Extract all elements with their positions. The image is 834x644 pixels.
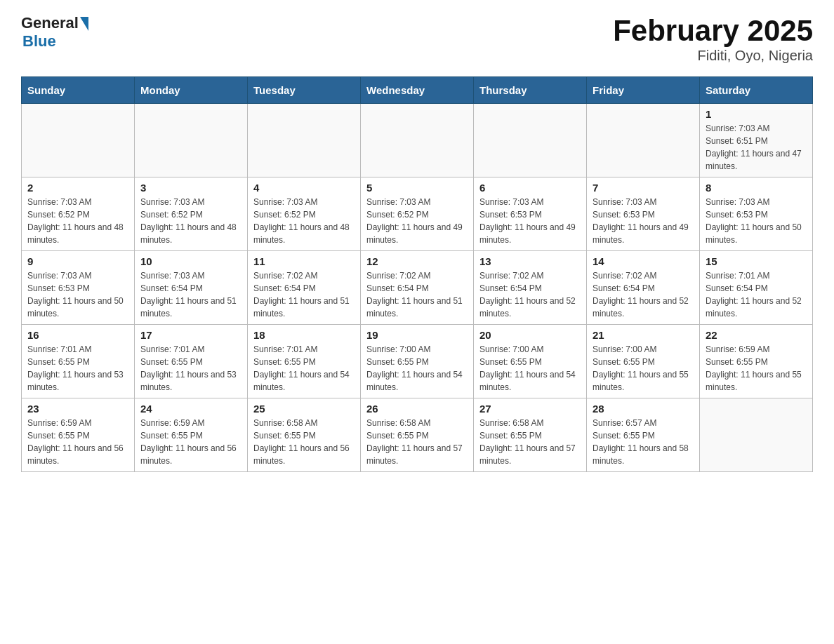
day-number: 27 bbox=[479, 403, 581, 415]
calendar-week-row: 2Sunrise: 7:03 AM Sunset: 6:52 PM Daylig… bbox=[22, 177, 813, 251]
day-number: 9 bbox=[27, 255, 128, 267]
day-info: Sunrise: 6:59 AM Sunset: 6:55 PM Dayligh… bbox=[706, 343, 807, 394]
calendar-cell: 23Sunrise: 6:59 AM Sunset: 6:55 PM Dayli… bbox=[22, 398, 135, 472]
day-number: 26 bbox=[366, 403, 468, 415]
calendar-cell: 22Sunrise: 6:59 AM Sunset: 6:55 PM Dayli… bbox=[700, 325, 813, 398]
calendar-header-row: SundayMondayTuesdayWednesdayThursdayFrid… bbox=[22, 77, 813, 104]
calendar-cell: 4Sunrise: 7:03 AM Sunset: 6:52 PM Daylig… bbox=[248, 177, 361, 251]
day-info: Sunrise: 6:58 AM Sunset: 6:55 PM Dayligh… bbox=[366, 417, 468, 467]
calendar-cell: 18Sunrise: 7:01 AM Sunset: 6:55 PM Dayli… bbox=[248, 325, 361, 398]
day-info: Sunrise: 6:59 AM Sunset: 6:55 PM Dayligh… bbox=[140, 417, 241, 467]
calendar-cell: 3Sunrise: 7:03 AM Sunset: 6:52 PM Daylig… bbox=[135, 177, 248, 251]
day-header-friday: Friday bbox=[587, 77, 700, 104]
day-info: Sunrise: 7:00 AM Sunset: 6:55 PM Dayligh… bbox=[593, 343, 694, 394]
calendar-table: SundayMondayTuesdayWednesdayThursdayFrid… bbox=[21, 76, 813, 472]
calendar-cell bbox=[248, 104, 361, 177]
day-number: 14 bbox=[593, 255, 694, 267]
calendar-week-row: 9Sunrise: 7:03 AM Sunset: 6:53 PM Daylig… bbox=[22, 251, 813, 325]
calendar-cell: 14Sunrise: 7:02 AM Sunset: 6:54 PM Dayli… bbox=[587, 251, 700, 325]
calendar-subtitle: Fiditi, Oyo, Nigeria bbox=[613, 48, 813, 64]
day-number: 16 bbox=[27, 329, 128, 341]
day-number: 11 bbox=[253, 255, 355, 267]
day-number: 21 bbox=[593, 329, 694, 341]
calendar-cell: 15Sunrise: 7:01 AM Sunset: 6:54 PM Dayli… bbox=[700, 251, 813, 325]
day-number: 5 bbox=[366, 182, 468, 194]
day-info: Sunrise: 6:58 AM Sunset: 6:55 PM Dayligh… bbox=[479, 417, 581, 467]
calendar-cell: 25Sunrise: 6:58 AM Sunset: 6:55 PM Dayli… bbox=[248, 398, 361, 472]
calendar-cell: 20Sunrise: 7:00 AM Sunset: 6:55 PM Dayli… bbox=[474, 325, 587, 398]
day-number: 19 bbox=[366, 329, 468, 341]
day-info: Sunrise: 7:02 AM Sunset: 6:54 PM Dayligh… bbox=[366, 269, 468, 320]
day-header-monday: Monday bbox=[135, 77, 248, 104]
day-info: Sunrise: 7:02 AM Sunset: 6:54 PM Dayligh… bbox=[253, 269, 355, 320]
day-header-thursday: Thursday bbox=[474, 77, 587, 104]
day-info: Sunrise: 7:03 AM Sunset: 6:51 PM Dayligh… bbox=[706, 122, 807, 173]
calendar-cell: 10Sunrise: 7:03 AM Sunset: 6:54 PM Dayli… bbox=[135, 251, 248, 325]
calendar-cell: 24Sunrise: 6:59 AM Sunset: 6:55 PM Dayli… bbox=[135, 398, 248, 472]
day-number: 23 bbox=[27, 403, 128, 415]
day-number: 12 bbox=[366, 255, 468, 267]
day-info: Sunrise: 6:57 AM Sunset: 6:55 PM Dayligh… bbox=[593, 417, 694, 467]
day-number: 18 bbox=[253, 329, 355, 341]
calendar-cell: 12Sunrise: 7:02 AM Sunset: 6:54 PM Dayli… bbox=[361, 251, 474, 325]
day-number: 1 bbox=[706, 108, 807, 120]
day-info: Sunrise: 7:03 AM Sunset: 6:52 PM Dayligh… bbox=[253, 196, 355, 246]
calendar-cell: 13Sunrise: 7:02 AM Sunset: 6:54 PM Dayli… bbox=[474, 251, 587, 325]
day-number: 28 bbox=[593, 403, 694, 415]
calendar-cell bbox=[474, 104, 587, 177]
day-number: 3 bbox=[140, 182, 241, 194]
calendar-cell bbox=[587, 104, 700, 177]
calendar-cell bbox=[361, 104, 474, 177]
day-info: Sunrise: 7:00 AM Sunset: 6:55 PM Dayligh… bbox=[479, 343, 581, 394]
day-number: 20 bbox=[479, 329, 581, 341]
logo-blue-text: Blue bbox=[22, 32, 56, 51]
calendar-week-row: 16Sunrise: 7:01 AM Sunset: 6:55 PM Dayli… bbox=[22, 325, 813, 398]
calendar-cell: 21Sunrise: 7:00 AM Sunset: 6:55 PM Dayli… bbox=[587, 325, 700, 398]
day-number: 10 bbox=[140, 255, 241, 267]
day-number: 8 bbox=[706, 182, 807, 194]
calendar-cell bbox=[135, 104, 248, 177]
day-number: 6 bbox=[479, 182, 581, 194]
day-number: 7 bbox=[593, 182, 694, 194]
day-header-tuesday: Tuesday bbox=[248, 77, 361, 104]
day-number: 24 bbox=[140, 403, 241, 415]
day-number: 15 bbox=[706, 255, 807, 267]
day-info: Sunrise: 7:03 AM Sunset: 6:53 PM Dayligh… bbox=[27, 269, 128, 320]
day-info: Sunrise: 7:02 AM Sunset: 6:54 PM Dayligh… bbox=[479, 269, 581, 320]
day-header-sunday: Sunday bbox=[22, 77, 135, 104]
logo: General Blue bbox=[21, 14, 88, 51]
calendar-cell bbox=[22, 104, 135, 177]
calendar-cell: 19Sunrise: 7:00 AM Sunset: 6:55 PM Dayli… bbox=[361, 325, 474, 398]
day-number: 13 bbox=[479, 255, 581, 267]
calendar-cell: 8Sunrise: 7:03 AM Sunset: 6:53 PM Daylig… bbox=[700, 177, 813, 251]
day-number: 25 bbox=[253, 403, 355, 415]
day-info: Sunrise: 7:01 AM Sunset: 6:54 PM Dayligh… bbox=[706, 269, 807, 320]
calendar-cell: 2Sunrise: 7:03 AM Sunset: 6:52 PM Daylig… bbox=[22, 177, 135, 251]
day-info: Sunrise: 7:03 AM Sunset: 6:52 PM Dayligh… bbox=[27, 196, 128, 246]
calendar-cell: 27Sunrise: 6:58 AM Sunset: 6:55 PM Dayli… bbox=[474, 398, 587, 472]
day-info: Sunrise: 7:00 AM Sunset: 6:55 PM Dayligh… bbox=[366, 343, 468, 394]
day-info: Sunrise: 7:02 AM Sunset: 6:54 PM Dayligh… bbox=[593, 269, 694, 320]
calendar-title: February 2025 bbox=[613, 14, 813, 48]
calendar-cell: 16Sunrise: 7:01 AM Sunset: 6:55 PM Dayli… bbox=[22, 325, 135, 398]
calendar-cell: 5Sunrise: 7:03 AM Sunset: 6:52 PM Daylig… bbox=[361, 177, 474, 251]
day-info: Sunrise: 7:03 AM Sunset: 6:54 PM Dayligh… bbox=[140, 269, 241, 320]
day-number: 22 bbox=[706, 329, 807, 341]
calendar-week-row: 1Sunrise: 7:03 AM Sunset: 6:51 PM Daylig… bbox=[22, 104, 813, 177]
title-block: February 2025 Fiditi, Oyo, Nigeria bbox=[613, 14, 813, 64]
day-info: Sunrise: 7:03 AM Sunset: 6:52 PM Dayligh… bbox=[140, 196, 241, 246]
calendar-cell: 28Sunrise: 6:57 AM Sunset: 6:55 PM Dayli… bbox=[587, 398, 700, 472]
page-header: General Blue February 2025 Fiditi, Oyo, … bbox=[21, 14, 813, 64]
logo-general-text: General bbox=[21, 14, 79, 32]
day-number: 17 bbox=[140, 329, 241, 341]
calendar-cell: 17Sunrise: 7:01 AM Sunset: 6:55 PM Dayli… bbox=[135, 325, 248, 398]
logo-arrow-icon bbox=[80, 17, 88, 31]
day-info: Sunrise: 7:01 AM Sunset: 6:55 PM Dayligh… bbox=[140, 343, 241, 394]
day-header-saturday: Saturday bbox=[700, 77, 813, 104]
day-info: Sunrise: 7:03 AM Sunset: 6:53 PM Dayligh… bbox=[593, 196, 694, 246]
calendar-cell: 6Sunrise: 7:03 AM Sunset: 6:53 PM Daylig… bbox=[474, 177, 587, 251]
day-info: Sunrise: 7:03 AM Sunset: 6:52 PM Dayligh… bbox=[366, 196, 468, 246]
day-info: Sunrise: 7:01 AM Sunset: 6:55 PM Dayligh… bbox=[27, 343, 128, 394]
calendar-week-row: 23Sunrise: 6:59 AM Sunset: 6:55 PM Dayli… bbox=[22, 398, 813, 472]
day-info: Sunrise: 7:03 AM Sunset: 6:53 PM Dayligh… bbox=[479, 196, 581, 246]
